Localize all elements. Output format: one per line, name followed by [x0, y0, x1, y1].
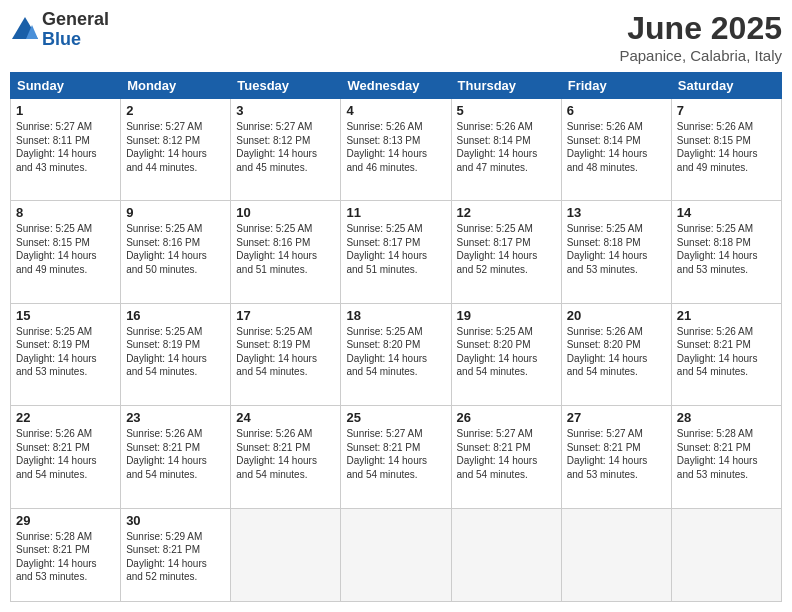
col-sunday: Sunday	[11, 73, 121, 99]
page: General Blue June 2025 Papanice, Calabri…	[0, 0, 792, 612]
day-13: 13 Sunrise: 5:25 AMSunset: 8:18 PMDaylig…	[561, 201, 671, 303]
day-22: 22 Sunrise: 5:26 AMSunset: 8:21 PMDaylig…	[11, 406, 121, 508]
day-30: 30 Sunrise: 5:29 AMSunset: 8:21 PMDaylig…	[121, 508, 231, 601]
col-wednesday: Wednesday	[341, 73, 451, 99]
day-4: 4 Sunrise: 5:26 AMSunset: 8:13 PMDayligh…	[341, 99, 451, 201]
week-row-2: 8 Sunrise: 5:25 AMSunset: 8:15 PMDayligh…	[11, 201, 782, 303]
col-friday: Friday	[561, 73, 671, 99]
empty-cell-2	[341, 508, 451, 601]
day-5: 5 Sunrise: 5:26 AMSunset: 8:14 PMDayligh…	[451, 99, 561, 201]
week-row-3: 15 Sunrise: 5:25 AMSunset: 8:19 PMDaylig…	[11, 303, 782, 405]
day-6: 6 Sunrise: 5:26 AMSunset: 8:14 PMDayligh…	[561, 99, 671, 201]
day-23: 23 Sunrise: 5:26 AMSunset: 8:21 PMDaylig…	[121, 406, 231, 508]
day-1: 1 Sunrise: 5:27 AMSunset: 8:11 PMDayligh…	[11, 99, 121, 201]
day-28: 28 Sunrise: 5:28 AMSunset: 8:21 PMDaylig…	[671, 406, 781, 508]
header: General Blue June 2025 Papanice, Calabri…	[10, 10, 782, 64]
day-24: 24 Sunrise: 5:26 AMSunset: 8:21 PMDaylig…	[231, 406, 341, 508]
week-row-1: 1 Sunrise: 5:27 AMSunset: 8:11 PMDayligh…	[11, 99, 782, 201]
empty-cell-3	[451, 508, 561, 601]
day-14: 14 Sunrise: 5:25 AMSunset: 8:18 PMDaylig…	[671, 201, 781, 303]
day-15: 15 Sunrise: 5:25 AMSunset: 8:19 PMDaylig…	[11, 303, 121, 405]
day-3: 3 Sunrise: 5:27 AMSunset: 8:12 PMDayligh…	[231, 99, 341, 201]
weekday-header-row: Sunday Monday Tuesday Wednesday Thursday…	[11, 73, 782, 99]
calendar: Sunday Monday Tuesday Wednesday Thursday…	[10, 72, 782, 602]
day-9: 9 Sunrise: 5:25 AMSunset: 8:16 PMDayligh…	[121, 201, 231, 303]
day-8: 8 Sunrise: 5:25 AMSunset: 8:15 PMDayligh…	[11, 201, 121, 303]
week-row-4: 22 Sunrise: 5:26 AMSunset: 8:21 PMDaylig…	[11, 406, 782, 508]
day-11: 11 Sunrise: 5:25 AMSunset: 8:17 PMDaylig…	[341, 201, 451, 303]
logo-blue: Blue	[42, 30, 109, 50]
empty-cell-1	[231, 508, 341, 601]
day-16: 16 Sunrise: 5:25 AMSunset: 8:19 PMDaylig…	[121, 303, 231, 405]
day-17: 17 Sunrise: 5:25 AMSunset: 8:19 PMDaylig…	[231, 303, 341, 405]
logo-general: General	[42, 10, 109, 30]
day-7: 7 Sunrise: 5:26 AMSunset: 8:15 PMDayligh…	[671, 99, 781, 201]
logo: General Blue	[10, 10, 109, 50]
empty-cell-5	[671, 508, 781, 601]
day-2: 2 Sunrise: 5:27 AMSunset: 8:12 PMDayligh…	[121, 99, 231, 201]
day-29: 29 Sunrise: 5:28 AMSunset: 8:21 PMDaylig…	[11, 508, 121, 601]
logo-icon	[10, 15, 40, 45]
day-20: 20 Sunrise: 5:26 AMSunset: 8:20 PMDaylig…	[561, 303, 671, 405]
location-title: Papanice, Calabria, Italy	[619, 47, 782, 64]
day-10: 10 Sunrise: 5:25 AMSunset: 8:16 PMDaylig…	[231, 201, 341, 303]
month-title: June 2025	[619, 10, 782, 47]
logo-text: General Blue	[42, 10, 109, 50]
day-26: 26 Sunrise: 5:27 AMSunset: 8:21 PMDaylig…	[451, 406, 561, 508]
day-21: 21 Sunrise: 5:26 AMSunset: 8:21 PMDaylig…	[671, 303, 781, 405]
empty-cell-4	[561, 508, 671, 601]
col-tuesday: Tuesday	[231, 73, 341, 99]
day-25: 25 Sunrise: 5:27 AMSunset: 8:21 PMDaylig…	[341, 406, 451, 508]
col-thursday: Thursday	[451, 73, 561, 99]
week-row-5: 29 Sunrise: 5:28 AMSunset: 8:21 PMDaylig…	[11, 508, 782, 601]
day-27: 27 Sunrise: 5:27 AMSunset: 8:21 PMDaylig…	[561, 406, 671, 508]
col-saturday: Saturday	[671, 73, 781, 99]
day-19: 19 Sunrise: 5:25 AMSunset: 8:20 PMDaylig…	[451, 303, 561, 405]
col-monday: Monday	[121, 73, 231, 99]
day-12: 12 Sunrise: 5:25 AMSunset: 8:17 PMDaylig…	[451, 201, 561, 303]
title-block: June 2025 Papanice, Calabria, Italy	[619, 10, 782, 64]
day-18: 18 Sunrise: 5:25 AMSunset: 8:20 PMDaylig…	[341, 303, 451, 405]
